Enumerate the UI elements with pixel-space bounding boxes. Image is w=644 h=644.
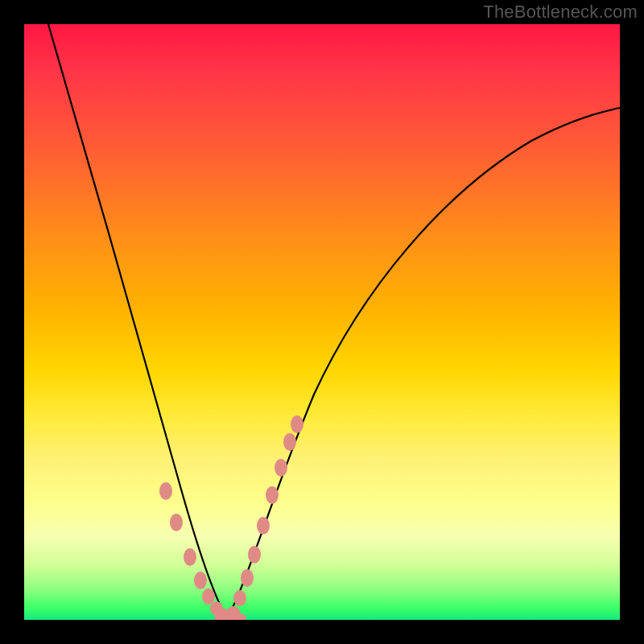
curve-left xyxy=(48,24,227,618)
markers-right xyxy=(227,415,303,619)
svg-point-12 xyxy=(241,569,254,587)
chart-container: { "watermark": "TheBottleneck.com", "cha… xyxy=(0,0,644,644)
svg-point-13 xyxy=(248,546,261,564)
svg-point-18 xyxy=(291,415,303,433)
svg-point-2 xyxy=(184,548,196,566)
svg-point-17 xyxy=(283,433,296,451)
chart-svg xyxy=(24,24,620,620)
svg-point-16 xyxy=(275,459,287,477)
svg-point-4 xyxy=(202,588,215,605)
svg-point-14 xyxy=(257,517,270,535)
svg-point-0 xyxy=(159,482,172,500)
curve-right xyxy=(227,108,620,618)
watermark-text: TheBottleneck.com xyxy=(483,2,638,23)
svg-point-3 xyxy=(194,572,207,589)
svg-point-1 xyxy=(170,514,183,531)
svg-point-15 xyxy=(266,486,279,504)
svg-point-11 xyxy=(233,590,246,606)
svg-point-10 xyxy=(227,606,240,619)
markers-left xyxy=(159,482,230,620)
